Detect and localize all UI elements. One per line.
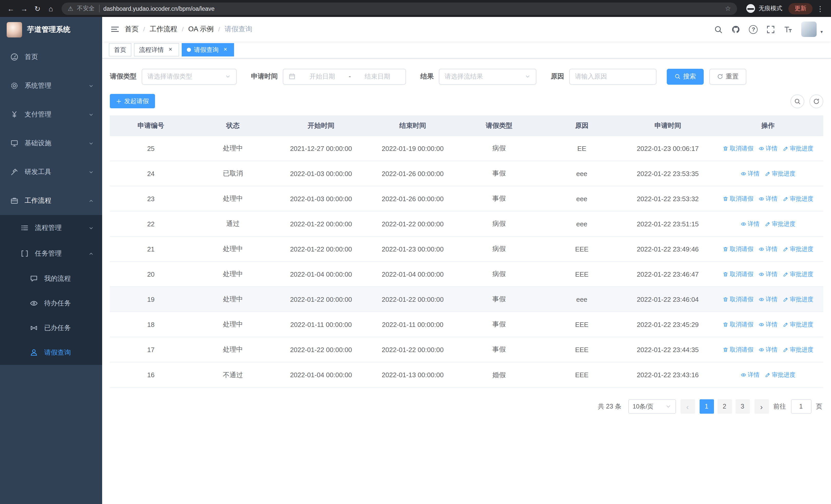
action-detail-link[interactable]: 详情	[758, 321, 777, 328]
sidebar-item-label: 请假查询	[44, 348, 71, 357]
action-detail-link[interactable]: 详情	[740, 220, 760, 228]
action-progress-link[interactable]: 审批进度	[765, 371, 795, 379]
table-row-25[interactable]: 25处理中2021-12-27 00:00:002022-01-19 00:00…	[110, 136, 823, 161]
sidebar-item-process-management[interactable]: 流程管理	[0, 215, 102, 241]
date-start-placeholder: 开始日期	[299, 72, 345, 81]
sidebar-item-task-management[interactable]: 任务管理	[0, 241, 102, 266]
breadcrumb-item[interactable]: 工作流程	[150, 25, 177, 34]
sidebar-item-todo-tasks[interactable]: 待办任务	[0, 291, 102, 316]
action-progress-link[interactable]: 审批进度	[782, 195, 813, 203]
leave-type-select[interactable]: 请选择请假类型	[142, 68, 237, 84]
sidebar-item-payment-management[interactable]: 支付管理	[0, 100, 102, 129]
action-detail-link[interactable]: 详情	[758, 195, 777, 203]
app-window: 芋道管理系统 首页系统管理支付管理基础设施研发工具工作流程流程管理任务管理我的流…	[0, 17, 831, 504]
tab-home[interactable]: 首页	[109, 43, 132, 56]
goto-page-input[interactable]	[791, 399, 811, 414]
apply-time-range-picker[interactable]: 开始日期 - 结束日期	[283, 68, 406, 84]
action-detail-link[interactable]: 详情	[740, 371, 760, 379]
table-row-21[interactable]: 21处理中2022-01-22 00:00:002022-01-23 00:00…	[110, 237, 823, 262]
app-logo[interactable]: 芋道管理系统	[0, 17, 102, 42]
action-progress-link[interactable]: 审批进度	[765, 220, 795, 228]
page-size-select[interactable]: 10条/页	[628, 399, 676, 414]
create-leave-button[interactable]: 发起请假	[110, 94, 155, 108]
chevron-down-icon	[88, 225, 94, 231]
action-progress-link[interactable]: 审批进度	[765, 170, 795, 177]
sidebar-item-leave-query[interactable]: 请假查询	[0, 340, 102, 365]
sidebar-item-workflow[interactable]: 工作流程	[0, 186, 102, 215]
user-avatar[interactable]	[801, 22, 817, 37]
action-detail-link[interactable]: 详情	[758, 346, 777, 353]
page-button-3[interactable]: 3	[735, 399, 750, 414]
tab-close-icon[interactable]: ×	[167, 46, 174, 53]
address-bar[interactable]: ⚠ 不安全 dashboard.yudao.iocoder.cn/bpm/oa/…	[62, 2, 737, 14]
tab-leave-query[interactable]: 请假查询×	[182, 43, 234, 56]
toggle-search-button[interactable]	[791, 94, 804, 108]
sidebar-item-dev-tools[interactable]: 研发工具	[0, 157, 102, 186]
table-row-18[interactable]: 18处理中2022-01-11 00:00:002022-01-11 00:00…	[110, 312, 823, 337]
table-row-20[interactable]: 20处理中2022-01-04 00:00:002022-01-04 00:00…	[110, 262, 823, 287]
tab-process-detail[interactable]: 流程详情×	[134, 43, 179, 56]
action-cancel-link[interactable]: 取消请假	[722, 270, 753, 278]
reset-button[interactable]: 重置	[709, 68, 746, 84]
fullscreen-icon[interactable]	[767, 25, 775, 34]
action-cancel-link[interactable]: 取消请假	[722, 145, 753, 152]
cell-status: 处理中	[192, 345, 274, 354]
sidebar-item-infrastructure[interactable]: 基础设施	[0, 129, 102, 157]
table-row-16[interactable]: 16不通过2022-01-04 00:00:002022-01-13 00:00…	[110, 362, 823, 387]
table-row-19[interactable]: 19处理中2022-01-22 00:00:002022-01-22 00:00…	[110, 287, 823, 312]
tab-close-icon[interactable]: ×	[222, 46, 229, 53]
update-button[interactable]: 更新	[789, 3, 812, 14]
browser-menu-icon[interactable]: ⋮	[814, 4, 826, 12]
reason-label: 原因	[551, 72, 564, 81]
table-row-24[interactable]: 24已取消2022-01-03 00:00:002022-01-26 00:00…	[110, 161, 823, 186]
action-cancel-link[interactable]: 取消请假	[722, 346, 753, 353]
action-detail-link[interactable]: 详情	[758, 270, 777, 278]
result-select[interactable]: 请选择流结果	[439, 68, 536, 84]
action-detail-link[interactable]: 详情	[740, 170, 760, 177]
sidebar-item-home[interactable]: 首页	[0, 42, 102, 71]
search-icon[interactable]	[714, 25, 723, 34]
reason-input[interactable]	[570, 69, 656, 84]
table-row-23[interactable]: 23处理中2022-01-03 00:00:002022-01-26 00:00…	[110, 186, 823, 211]
github-icon[interactable]	[732, 25, 740, 34]
action-label: 审批进度	[772, 220, 795, 228]
action-detail-link[interactable]: 详情	[758, 295, 777, 303]
next-page-button[interactable]: ›	[754, 399, 769, 414]
bookmark-star-icon[interactable]: ☆	[725, 5, 731, 12]
top-header: 首页/工作流程/OA 示例/请假查询 ? ▾	[102, 17, 831, 41]
action-progress-link[interactable]: 审批进度	[782, 145, 813, 152]
sidebar-collapse-icon[interactable]	[110, 25, 120, 34]
reload-icon[interactable]: ↻	[32, 3, 43, 14]
table-row-22[interactable]: 22通过2022-01-22 00:00:002022-01-22 00:00:…	[110, 211, 823, 237]
action-detail-link[interactable]: 详情	[758, 245, 777, 253]
action-cancel-link[interactable]: 取消请假	[722, 295, 753, 303]
sidebar-item-system-management[interactable]: 系统管理	[0, 71, 102, 100]
refresh-table-button[interactable]	[809, 94, 823, 108]
sidebar-item-done-tasks[interactable]: 已办任务	[0, 316, 102, 340]
action-cancel-link[interactable]: 取消请假	[722, 245, 753, 253]
sidebar-item-my-process[interactable]: 我的流程	[0, 266, 102, 291]
font-size-icon[interactable]	[784, 25, 793, 34]
sidebar-item-label: 支付管理	[25, 110, 51, 119]
breadcrumb-item[interactable]: 首页	[125, 25, 139, 34]
table-row-17[interactable]: 17处理中2022-01-22 00:00:002022-01-22 00:00…	[110, 337, 823, 362]
action-cancel-link[interactable]: 取消请假	[722, 321, 753, 328]
prev-page-button[interactable]: ‹	[680, 399, 695, 414]
page-button-1[interactable]: 1	[699, 399, 714, 414]
browser-chrome: ← → ↻ ⌂ ⚠ 不安全 dashboard.yudao.iocoder.cn…	[0, 0, 831, 17]
action-progress-link[interactable]: 审批进度	[782, 245, 813, 253]
action-cancel-link[interactable]: 取消请假	[722, 195, 753, 203]
action-progress-link[interactable]: 审批进度	[782, 346, 813, 353]
action-progress-link[interactable]: 审批进度	[782, 270, 813, 278]
help-icon[interactable]: ?	[749, 25, 758, 34]
action-progress-link[interactable]: 审批进度	[782, 321, 813, 328]
breadcrumb-item[interactable]: OA 示例	[188, 25, 213, 34]
page-button-2[interactable]: 2	[717, 399, 732, 414]
back-icon[interactable]: ←	[5, 3, 17, 14]
avatar-caret-icon[interactable]: ▾	[821, 29, 823, 37]
action-progress-link[interactable]: 审批进度	[782, 295, 813, 303]
action-detail-link[interactable]: 详情	[758, 145, 777, 152]
search-button[interactable]: 搜索	[667, 68, 704, 84]
forward-icon[interactable]: →	[19, 3, 30, 14]
home-icon[interactable]: ⌂	[45, 3, 56, 14]
